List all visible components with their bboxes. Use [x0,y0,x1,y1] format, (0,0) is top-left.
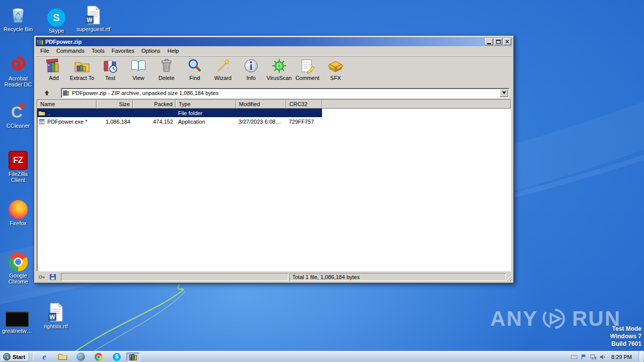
desktop-icon-label: Acrobat Reader DC [2,75,35,87]
svg-text:C: C [11,104,22,121]
column-header-size[interactable]: Size [97,100,133,109]
desktop-icon-filezilla[interactable]: FZ FileZilla Client [2,148,35,183]
trash-icon [158,58,175,74]
system-tray: 8:29 PM [570,351,643,362]
modified-cell: 3/27/2023 6:08… [236,119,286,125]
test-books-icon [102,58,118,74]
desktop: Recycle Bin S Skype superguest.rtf Acrob… [0,0,644,362]
menu-options[interactable]: Options [138,47,164,55]
menu-bar: File Commands Tools Favorites Options He… [36,46,512,55]
desktop-icon-acrobat[interactable]: Acrobat Reader DC [2,52,35,87]
menu-help[interactable]: Help [164,47,183,55]
explorer-folder-icon [58,352,67,361]
toolbar-label: Test [105,75,115,81]
open-book-icon [130,58,146,74]
menu-tools[interactable]: Tools [88,47,108,55]
key-icon[interactable] [37,273,47,281]
quicklaunch-explorer[interactable] [54,352,71,362]
quicklaunch-ie[interactable]: e [36,352,53,362]
package-box-icon [328,58,344,74]
desktop-icon-label: rightsix.rtf [44,323,68,329]
toolbar-button-test[interactable]: Test [96,58,124,81]
toolbar-button-delete[interactable]: Delete [152,58,181,81]
menu-file[interactable]: File [37,47,53,55]
toolbar-button-comment[interactable]: Comment [293,58,321,81]
test-mode-line: Test Mode [610,325,641,333]
toolbar-button-info[interactable]: Info [237,58,265,81]
network-icon[interactable] [589,353,597,360]
toolbar-button-add[interactable]: Add [40,58,68,81]
disk-icon[interactable] [48,273,58,281]
name-cell: .. [37,110,97,117]
desktop-icon-label: Recycle Bin [4,26,33,32]
taskbar-clock[interactable]: 8:29 PM [608,354,636,360]
column-header-packed[interactable]: Packed [133,100,176,109]
column-header-crc32[interactable]: CRC32 [286,100,322,109]
flag-icon[interactable] [580,353,587,360]
magic-wand-icon [215,58,231,74]
winrar-icon [129,353,137,361]
desktop-icon-greatnetw[interactable]: greatnetw… [1,305,34,334]
column-headers: Name Size Packed Type Modified CRC32 [37,100,511,109]
status-text: Total 1 file, 1,086,184 bytes [289,273,506,281]
show-desktop-button[interactable] [638,351,643,362]
address-combobox[interactable]: PDFpower.zip - ZIP archive, unpacked siz… [61,88,509,98]
toolbar-button-extract-to[interactable]: Extract To [68,58,96,81]
up-one-level-button[interactable] [41,88,53,98]
column-header-type[interactable]: Type [176,100,236,109]
desktop-icon-label: FileZilla Client [2,171,35,183]
desktop-icon-ccleaner[interactable]: C CCleaner [2,100,35,129]
desktop-icon-superguest[interactable]: superguest.rtf [76,3,110,32]
desktop-icon-label: CCleaner [7,123,30,129]
word-document-icon [83,3,103,25]
minimize-button[interactable] [485,38,493,45]
column-header-modified[interactable]: Modified [236,100,286,109]
quicklaunch-skype[interactable]: S [108,352,125,362]
anyrun-watermark: ANY RUN [490,307,621,331]
watermark-run: RUN [572,307,621,331]
desktop-icon-rightsix[interactable]: rightsix.rtf [39,300,72,329]
desktop-icon-skype[interactable]: S Skype [40,5,73,34]
start-button[interactable]: Start [1,352,29,361]
toolbar-button-find[interactable]: Find [181,58,209,81]
desktop-icon-recycle-bin[interactable]: Recycle Bin [2,3,35,32]
size-cell: 1,086,184 [97,119,133,125]
toolbar-label: Info [247,75,256,81]
toolbar-label: Wizard [214,75,231,81]
virus-icon [271,58,287,74]
quicklaunch-chrome[interactable] [90,352,107,362]
black-window-icon [6,305,29,327]
maximize-button[interactable] [494,38,502,45]
desktop-icon-firefox[interactable]: Firefox [2,197,35,226]
keyboard-icon[interactable] [570,353,578,360]
desktop-icon-label: greatnetw… [2,328,32,334]
taskbar-winrar-button[interactable] [126,352,140,361]
desktop-icon-chrome[interactable]: Google Chrome [2,249,35,285]
volume-icon[interactable] [599,353,606,360]
address-dropdown-button[interactable] [500,89,508,97]
desktop-icon-label: Firefox [10,220,27,226]
test-mode-label: Test Mode Windows 7 Build 7601 [610,325,641,348]
start-label: Start [13,354,25,360]
title-bar[interactable]: PDFpower.zip × [36,37,512,46]
close-button[interactable]: × [503,38,511,45]
file-row-pdfpower-exe[interactable]: PDFpower.exe * 1,086,184 474,152 Applica… [37,117,322,126]
menu-commands[interactable]: Commands [53,47,88,55]
type-cell: Application [176,119,236,125]
name-cell: PDFpower.exe * [37,118,97,125]
toolbar-button-view[interactable]: View [124,58,152,81]
toolbar-button-sfx[interactable]: SFX [321,58,350,81]
note-pencil-icon [299,58,315,74]
column-header-name[interactable]: Name [37,100,97,109]
toolbar-button-virusscan[interactable]: VirusScan [265,58,293,81]
acrobat-icon [8,52,28,74]
media-player-icon [76,352,85,361]
menu-favorites[interactable]: Favorites [108,47,138,55]
quicklaunch-media-player[interactable] [72,352,89,362]
status-bar: Total 1 file, 1,086,184 bytes [36,272,512,282]
chevron-down-icon [502,92,506,94]
address-text: PDFpower.zip - ZIP archive, unpacked siz… [72,90,497,96]
resize-grip[interactable] [506,275,512,281]
toolbar-button-wizard[interactable]: Wizard [209,58,237,81]
file-row-parent-folder[interactable]: .. File folder [37,109,322,117]
